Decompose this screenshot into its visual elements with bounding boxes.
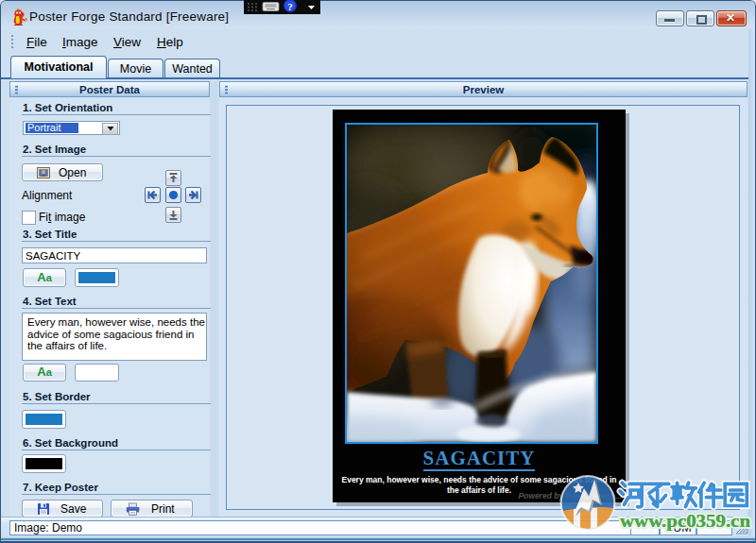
svg-text:?: ? xyxy=(287,1,293,12)
svg-text:www.pc0359.cn: www.pc0359.cn xyxy=(620,511,750,531)
